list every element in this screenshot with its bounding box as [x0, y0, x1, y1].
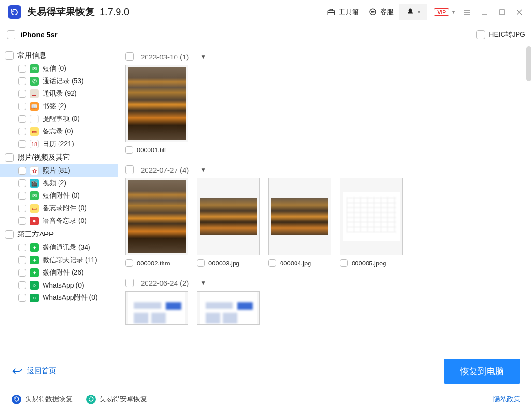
minimize-button[interactable]: [476, 3, 493, 21]
heic-toggle[interactable]: HEIC转JPG: [476, 30, 525, 39]
refresh-icon: [12, 395, 21, 404]
sidebar-item[interactable]: 18 日历 (221): [0, 138, 118, 150]
item-checkbox[interactable]: [18, 90, 26, 98]
back-home-button[interactable]: 返回首页: [12, 367, 56, 376]
item-icon: ✦: [30, 256, 39, 264]
item-checkbox[interactable]: [18, 115, 26, 123]
refresh-icon: [86, 395, 96, 404]
sidebar-item[interactable]: ✦ 微信聊天记录 (11): [0, 254, 118, 266]
thumbnail-image[interactable]: [340, 178, 403, 255]
chevron-down-icon: ▾: [418, 9, 420, 15]
group-checkbox[interactable]: [125, 52, 134, 61]
item-checkbox[interactable]: [18, 167, 26, 175]
menu-button[interactable]: [458, 3, 476, 21]
thumbnail-card[interactable]: 000004.jpg: [268, 178, 331, 267]
item-icon: 📖: [30, 102, 39, 111]
item-label: 备忘录 (0): [43, 127, 73, 136]
thumbnail-card[interactable]: [125, 291, 188, 325]
thumb-checkbox[interactable]: [268, 259, 276, 267]
sidebar-item[interactable]: ✦ 微信通讯录 (34): [0, 241, 118, 254]
thumb-checkbox[interactable]: [125, 259, 133, 267]
item-label: 视频 (2): [43, 179, 66, 188]
thumbnail-card[interactable]: 000001.tiff: [125, 65, 188, 154]
sidebar-item[interactable]: ✆ 通话记录 (53): [0, 75, 118, 88]
heic-checkbox[interactable]: [476, 30, 485, 39]
sidebar-category[interactable]: 照片/视频及其它: [0, 150, 118, 164]
sidebar-item[interactable]: ▭ 备忘录附件 (0): [0, 202, 118, 215]
privacy-link[interactable]: 隐私政策: [493, 395, 520, 404]
thumbnail-card[interactable]: 000003.jpg: [197, 178, 260, 267]
thumbnail-card[interactable]: [197, 291, 260, 325]
item-checkbox[interactable]: [18, 65, 26, 73]
category-checkbox[interactable]: [5, 51, 14, 60]
maximize-button[interactable]: [493, 3, 511, 21]
item-checkbox[interactable]: [18, 103, 26, 110]
svg-point-3: [373, 11, 374, 12]
thumb-filename: 000004.jpg: [280, 260, 311, 267]
item-checkbox[interactable]: [18, 77, 26, 85]
thumb-checkbox[interactable]: [197, 259, 205, 267]
sidebar-item[interactable]: 📖 书签 (2): [0, 100, 118, 113]
date-group-header[interactable]: 2022-06-24 (2) ▼: [123, 276, 527, 291]
app-title: 失易得苹果恢复: [27, 5, 95, 18]
thumbnail-image[interactable]: [125, 291, 188, 325]
category-checkbox[interactable]: [5, 153, 14, 162]
thumbnail-card[interactable]: 000002.thm: [125, 178, 188, 267]
item-checkbox[interactable]: [18, 269, 26, 277]
item-checkbox[interactable]: [18, 179, 26, 187]
item-checkbox[interactable]: [18, 244, 26, 251]
group-checkbox[interactable]: [125, 165, 134, 174]
item-checkbox[interactable]: [18, 294, 26, 302]
avatar-icon: [405, 7, 415, 17]
item-checkbox[interactable]: [18, 281, 26, 289]
sidebar-item[interactable]: ✉ 短信 (0): [0, 62, 118, 75]
thumbnail-image[interactable]: [125, 178, 188, 255]
category-checkbox[interactable]: [5, 230, 14, 239]
product-link-android-recovery[interactable]: 失易得安卓恢复: [86, 395, 147, 404]
account-button[interactable]: ▾: [399, 4, 427, 20]
scrollbar[interactable]: [526, 46, 531, 81]
item-checkbox[interactable]: [18, 192, 26, 200]
select-all-checkbox[interactable]: [7, 30, 15, 39]
content-area: 2023-03-10 (1) ▼000001.tiff 2022-07-27 (…: [118, 45, 532, 355]
sidebar-item[interactable]: ○ WhatsApp (0): [0, 279, 118, 292]
item-checkbox[interactable]: [18, 128, 26, 135]
item-checkbox[interactable]: [18, 140, 26, 148]
sidebar-category[interactable]: 常用信息: [0, 48, 118, 62]
recover-button[interactable]: 恢复到电脑: [444, 359, 520, 384]
sidebar-item[interactable]: 🎬 视频 (2): [0, 177, 118, 190]
item-checkbox[interactable]: [18, 256, 26, 264]
close-button[interactable]: [511, 3, 528, 21]
item-label: 日历 (221): [43, 140, 74, 148]
thumbnail-image[interactable]: [197, 291, 260, 325]
sidebar-item[interactable]: ✦ 微信附件 (26): [0, 266, 118, 279]
support-button[interactable]: 客服: [364, 5, 399, 19]
thumbnail-image[interactable]: [197, 178, 260, 255]
chevron-down-icon: ▾: [452, 9, 455, 15]
thumbnail-image[interactable]: [125, 65, 188, 142]
sidebar-item[interactable]: ● 语音备忘录 (0): [0, 215, 118, 227]
group-checkbox[interactable]: [125, 279, 134, 287]
sidebar-item[interactable]: ▭ 备忘录 (0): [0, 125, 118, 138]
sidebar-item[interactable]: ✿ 照片 (81): [0, 164, 118, 177]
sidebar-item[interactable]: ○ WhatsApp附件 (0): [0, 292, 118, 304]
date-group-header[interactable]: 2023-03-10 (1) ▼: [123, 49, 527, 65]
toolbox-button[interactable]: 工具箱: [322, 5, 364, 19]
sidebar-category[interactable]: 第三方APP: [0, 227, 118, 241]
svg-rect-5: [500, 10, 504, 15]
sidebar-item[interactable]: ✉ 短信附件 (0): [0, 190, 118, 202]
thumbnail-image[interactable]: [268, 178, 331, 255]
thumb-checkbox[interactable]: [340, 259, 348, 267]
thumbnail-card[interactable]: 000005.jpeg: [340, 178, 403, 267]
item-checkbox[interactable]: [18, 217, 26, 225]
item-checkbox[interactable]: [18, 205, 26, 212]
app-logo-icon: [8, 5, 21, 19]
date-group-header[interactable]: 2022-07-27 (4) ▼: [123, 162, 527, 178]
sidebar-item[interactable]: ☰ 通讯录 (92): [0, 88, 118, 100]
item-label: 短信 (0): [43, 64, 66, 73]
vip-button[interactable]: VIP ▾: [427, 8, 458, 16]
item-label: 短信附件 (0): [43, 191, 80, 200]
product-link-data-recovery[interactable]: 失易得数据恢复: [12, 395, 73, 404]
sidebar-item[interactable]: ≡ 提醒事项 (0): [0, 113, 118, 125]
thumb-checkbox[interactable]: [125, 146, 133, 154]
